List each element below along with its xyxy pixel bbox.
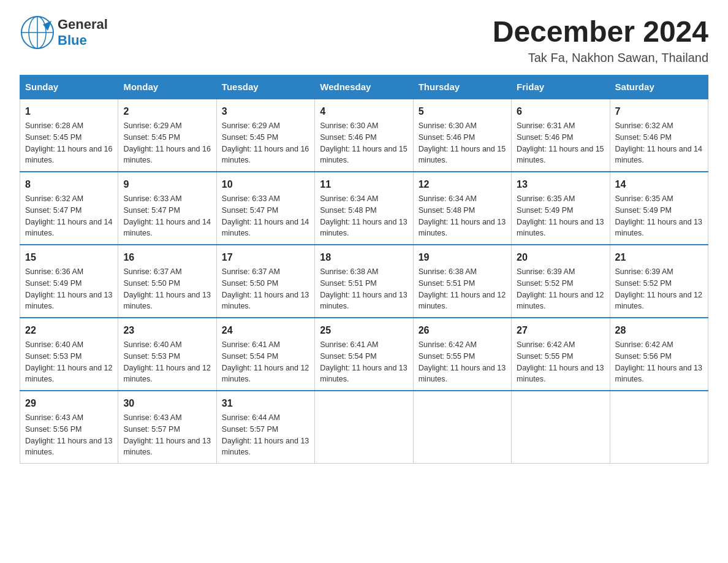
calendar-cell: 20Sunrise: 6:39 AMSunset: 5:52 PMDayligh… bbox=[512, 245, 610, 318]
calendar-cell: 30Sunrise: 6:43 AMSunset: 5:57 PMDayligh… bbox=[118, 391, 216, 464]
sunrise-info: Sunrise: 6:37 AM bbox=[123, 266, 211, 278]
sunrise-info: Sunrise: 6:43 AM bbox=[25, 412, 113, 424]
daylight-info: Daylight: 11 hours and 13 minutes. bbox=[419, 362, 506, 386]
calendar-cell: 31Sunrise: 6:44 AMSunset: 5:57 PMDayligh… bbox=[216, 391, 314, 464]
title-block: December 2024 Tak Fa, Nakhon Sawan, Thai… bbox=[493, 15, 708, 65]
calendar-cell: 12Sunrise: 6:34 AMSunset: 5:48 PMDayligh… bbox=[413, 172, 511, 245]
sunrise-info: Sunrise: 6:43 AM bbox=[123, 412, 211, 424]
calendar-week-row: 15Sunrise: 6:36 AMSunset: 5:49 PMDayligh… bbox=[20, 245, 708, 318]
day-number: 3 bbox=[222, 104, 309, 119]
sunset-info: Sunset: 5:54 PM bbox=[320, 351, 408, 362]
daylight-info: Daylight: 11 hours and 13 minutes. bbox=[222, 289, 309, 313]
sunrise-info: Sunrise: 6:42 AM bbox=[419, 339, 506, 351]
page-header: General Blue December 2024 Tak Fa, Nakho… bbox=[20, 15, 708, 65]
calendar-cell: 11Sunrise: 6:34 AMSunset: 5:48 PMDayligh… bbox=[315, 172, 413, 245]
day-number: 11 bbox=[320, 177, 408, 192]
calendar-table: SundayMondayTuesdayWednesdayThursdayFrid… bbox=[20, 75, 708, 464]
sunset-info: Sunset: 5:53 PM bbox=[25, 351, 113, 362]
sunrise-info: Sunrise: 6:34 AM bbox=[419, 193, 506, 205]
calendar-week-row: 22Sunrise: 6:40 AMSunset: 5:53 PMDayligh… bbox=[20, 318, 708, 391]
daylight-info: Daylight: 11 hours and 12 minutes. bbox=[25, 362, 113, 386]
day-number: 19 bbox=[419, 250, 506, 265]
daylight-info: Daylight: 11 hours and 14 minutes. bbox=[222, 216, 309, 240]
day-number: 16 bbox=[123, 250, 211, 265]
calendar-cell: 9Sunrise: 6:33 AMSunset: 5:47 PMDaylight… bbox=[118, 172, 216, 245]
daylight-info: Daylight: 11 hours and 13 minutes. bbox=[222, 435, 309, 459]
calendar-cell: 8Sunrise: 6:32 AMSunset: 5:47 PMDaylight… bbox=[20, 172, 118, 245]
day-number: 27 bbox=[517, 323, 604, 338]
daylight-info: Daylight: 11 hours and 12 minutes. bbox=[123, 362, 211, 386]
sunrise-info: Sunrise: 6:41 AM bbox=[222, 339, 309, 351]
logo: General Blue bbox=[20, 15, 108, 50]
calendar-cell: 17Sunrise: 6:37 AMSunset: 5:50 PMDayligh… bbox=[216, 245, 314, 318]
calendar-cell: 3Sunrise: 6:29 AMSunset: 5:45 PMDaylight… bbox=[216, 99, 314, 172]
sunrise-info: Sunrise: 6:35 AM bbox=[615, 193, 703, 205]
calendar-cell: 16Sunrise: 6:37 AMSunset: 5:50 PMDayligh… bbox=[118, 245, 216, 318]
sunset-info: Sunset: 5:56 PM bbox=[615, 351, 703, 362]
sunrise-info: Sunrise: 6:42 AM bbox=[615, 339, 703, 351]
sunrise-info: Sunrise: 6:39 AM bbox=[615, 266, 703, 278]
daylight-info: Daylight: 11 hours and 14 minutes. bbox=[615, 144, 703, 167]
sunrise-info: Sunrise: 6:40 AM bbox=[25, 339, 113, 351]
sunrise-info: Sunrise: 6:41 AM bbox=[320, 339, 408, 351]
sunset-info: Sunset: 5:49 PM bbox=[615, 205, 703, 216]
daylight-info: Daylight: 11 hours and 13 minutes. bbox=[123, 435, 211, 459]
daylight-info: Daylight: 11 hours and 13 minutes. bbox=[25, 289, 113, 313]
day-number: 14 bbox=[615, 177, 703, 192]
day-number: 8 bbox=[25, 177, 113, 192]
sunset-info: Sunset: 5:51 PM bbox=[320, 278, 408, 289]
day-number: 18 bbox=[320, 250, 408, 265]
daylight-info: Daylight: 11 hours and 12 minutes. bbox=[419, 289, 506, 313]
day-number: 15 bbox=[25, 250, 113, 265]
daylight-info: Daylight: 11 hours and 13 minutes. bbox=[320, 216, 408, 240]
daylight-info: Daylight: 11 hours and 13 minutes. bbox=[320, 362, 408, 386]
sunset-info: Sunset: 5:55 PM bbox=[419, 351, 506, 362]
sunset-info: Sunset: 5:49 PM bbox=[25, 278, 113, 289]
sunset-info: Sunset: 5:57 PM bbox=[123, 424, 211, 435]
calendar-cell: 23Sunrise: 6:40 AMSunset: 5:53 PMDayligh… bbox=[118, 318, 216, 391]
calendar-cell: 24Sunrise: 6:41 AMSunset: 5:54 PMDayligh… bbox=[216, 318, 314, 391]
sunset-info: Sunset: 5:49 PM bbox=[517, 205, 604, 216]
sunrise-info: Sunrise: 6:29 AM bbox=[123, 120, 211, 132]
daylight-info: Daylight: 11 hours and 16 minutes. bbox=[123, 144, 211, 167]
sunrise-info: Sunrise: 6:32 AM bbox=[25, 193, 113, 205]
sunrise-info: Sunrise: 6:36 AM bbox=[25, 266, 113, 278]
sunset-info: Sunset: 5:48 PM bbox=[419, 205, 506, 216]
day-number: 23 bbox=[123, 323, 211, 338]
day-number: 22 bbox=[25, 323, 113, 338]
calendar-cell: 26Sunrise: 6:42 AMSunset: 5:55 PMDayligh… bbox=[413, 318, 511, 391]
col-header-monday: Monday bbox=[118, 75, 216, 99]
sunset-info: Sunset: 5:57 PM bbox=[222, 424, 309, 435]
sunrise-info: Sunrise: 6:30 AM bbox=[320, 120, 408, 132]
sunset-info: Sunset: 5:45 PM bbox=[222, 132, 309, 144]
sunrise-info: Sunrise: 6:35 AM bbox=[517, 193, 604, 205]
month-title: December 2024 bbox=[493, 15, 708, 48]
daylight-info: Daylight: 11 hours and 14 minutes. bbox=[123, 216, 211, 240]
sunrise-info: Sunrise: 6:38 AM bbox=[320, 266, 408, 278]
sunset-info: Sunset: 5:47 PM bbox=[123, 205, 211, 216]
calendar-cell: 18Sunrise: 6:38 AMSunset: 5:51 PMDayligh… bbox=[315, 245, 413, 318]
logo-icon bbox=[20, 15, 55, 50]
sunset-info: Sunset: 5:45 PM bbox=[25, 132, 113, 144]
day-number: 5 bbox=[419, 104, 506, 119]
calendar-cell: 2Sunrise: 6:29 AMSunset: 5:45 PMDaylight… bbox=[118, 99, 216, 172]
day-number: 2 bbox=[123, 104, 211, 119]
sunset-info: Sunset: 5:50 PM bbox=[222, 278, 309, 289]
sunrise-info: Sunrise: 6:44 AM bbox=[222, 412, 309, 424]
day-number: 17 bbox=[222, 250, 309, 265]
daylight-info: Daylight: 11 hours and 13 minutes. bbox=[25, 435, 113, 459]
calendar-cell bbox=[315, 391, 413, 464]
sunset-info: Sunset: 5:48 PM bbox=[320, 205, 408, 216]
daylight-info: Daylight: 11 hours and 13 minutes. bbox=[419, 216, 506, 240]
col-header-wednesday: Wednesday bbox=[315, 75, 413, 99]
sunset-info: Sunset: 5:54 PM bbox=[222, 351, 309, 362]
day-number: 31 bbox=[222, 396, 309, 411]
day-number: 6 bbox=[517, 104, 604, 119]
daylight-info: Daylight: 11 hours and 15 minutes. bbox=[517, 144, 604, 167]
day-number: 7 bbox=[615, 104, 703, 119]
daylight-info: Daylight: 11 hours and 13 minutes. bbox=[615, 362, 703, 386]
sunrise-info: Sunrise: 6:30 AM bbox=[419, 120, 506, 132]
daylight-info: Daylight: 11 hours and 12 minutes. bbox=[222, 362, 309, 386]
sunset-info: Sunset: 5:53 PM bbox=[123, 351, 211, 362]
daylight-info: Daylight: 11 hours and 13 minutes. bbox=[615, 216, 703, 240]
